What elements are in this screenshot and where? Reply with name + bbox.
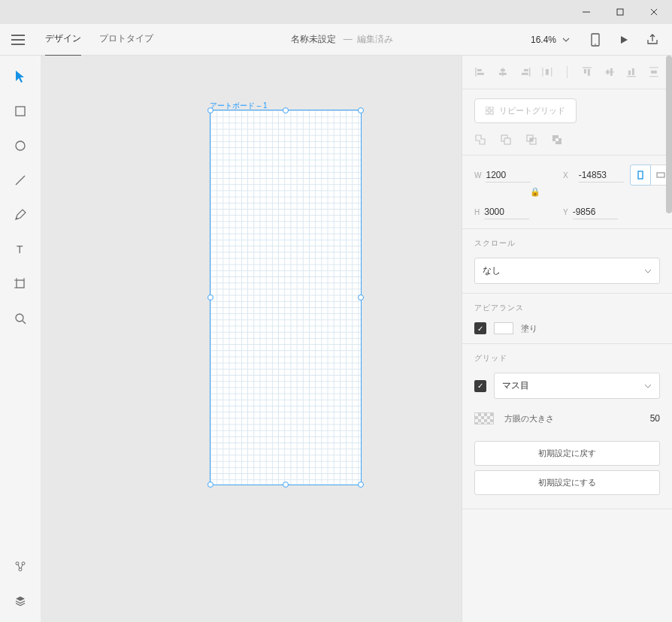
close-button[interactable] [637,1,670,23]
tab-prototype[interactable]: プロトタイプ [99,23,153,56]
svg-rect-42 [628,71,631,75]
svg-rect-25 [477,73,484,75]
svg-rect-58 [555,138,558,141]
svg-point-18 [16,314,23,322]
svg-rect-39 [607,70,609,74]
artboard-tool-icon[interactable] [11,275,29,293]
lock-icon[interactable]: 🔒 [530,187,537,197]
width-input[interactable] [486,168,531,183]
chevron-down-icon [562,38,570,42]
scroll-select[interactable]: なし [474,258,660,284]
svg-rect-30 [523,69,528,71]
make-default-button[interactable]: 初期設定にする [474,470,660,495]
grid-color-swatch[interactable] [474,412,494,424]
distribute-v-icon[interactable] [648,66,660,78]
device-preview-icon[interactable] [588,32,603,47]
line-tool-icon[interactable] [11,171,29,189]
svg-rect-40 [610,68,613,76]
svg-rect-28 [499,73,507,75]
portrait-orientation-icon[interactable] [630,165,651,186]
svg-point-10 [16,141,25,150]
grid-size-value[interactable]: 50 [650,413,660,424]
artboard[interactable] [210,110,362,485]
layers-icon[interactable] [11,592,29,610]
align-right-icon[interactable] [519,66,531,78]
union-icon[interactable] [474,134,486,146]
y-input[interactable] [573,205,618,219]
svg-rect-34 [546,69,549,75]
y-label: Y [563,208,568,216]
reset-default-button[interactable]: 初期設定に戻す [474,441,660,466]
svg-text:T: T [17,244,23,255]
grid-checkbox[interactable]: ✓ [474,380,486,392]
width-label: W [474,171,481,180]
svg-rect-9 [16,107,25,116]
align-bottom-icon[interactable] [625,66,637,78]
svg-rect-50 [490,111,493,114]
exclude-icon[interactable] [551,134,563,146]
fill-checkbox[interactable]: ✓ [474,322,486,334]
zoom-tool-icon[interactable] [11,309,29,328]
fill-color-swatch[interactable] [494,322,513,334]
svg-rect-36 [584,69,586,74]
window-titlebar [0,0,672,24]
tab-design[interactable]: デザイン [45,23,81,56]
tool-rail: T [0,56,41,622]
align-top-icon[interactable] [581,66,593,78]
svg-rect-31 [521,73,528,75]
assets-icon[interactable] [11,557,29,575]
select-tool-icon[interactable] [11,68,29,86]
subtract-icon[interactable] [500,134,512,146]
rectangle-tool-icon[interactable] [11,102,29,120]
svg-rect-59 [638,171,643,179]
align-left-icon[interactable] [474,66,486,78]
zoom-level[interactable]: 16.4% [531,35,570,45]
distribute-h-icon[interactable] [541,66,553,78]
scroll-section-title: スクロール [474,238,660,249]
top-toolbar: デザイン プロトタイプ 名称未設定 — 編集済み 16.4% [0,24,672,56]
text-tool-icon[interactable]: T [11,240,29,258]
svg-rect-48 [490,107,493,110]
ellipse-tool-icon[interactable] [11,137,29,155]
x-label: X [563,171,568,180]
align-center-h-icon[interactable] [497,66,509,78]
pen-tool-icon[interactable] [11,206,29,224]
grid-section-title: グリッド [474,353,660,364]
svg-rect-49 [486,111,489,114]
svg-rect-27 [501,69,505,71]
repeat-grid-icon [486,107,495,116]
intersect-icon[interactable] [525,134,537,146]
maximize-button[interactable] [603,1,637,23]
hamburger-menu-icon[interactable] [6,28,30,52]
svg-rect-52 [504,138,510,144]
svg-rect-43 [632,68,634,75]
svg-rect-1 [617,9,623,15]
height-label: H [474,208,480,216]
svg-rect-55 [530,138,533,141]
svg-line-11 [16,176,25,185]
svg-rect-60 [657,173,664,177]
canvas[interactable]: アートボード – 1 [41,56,462,622]
svg-point-8 [595,44,596,45]
svg-rect-13 [17,280,24,288]
grid-type-select[interactable]: マス目 [494,373,660,399]
document-title: 名称未設定 — 編集済み [153,33,531,46]
minimize-button[interactable] [569,1,603,23]
svg-rect-47 [486,107,489,110]
properties-panel: リピートグリッド W X 🔒 H [462,56,672,622]
share-icon[interactable] [645,32,660,47]
scrollbar[interactable] [666,56,672,622]
appearance-section-title: アピアランス [474,303,660,313]
height-input[interactable] [484,205,529,219]
fill-label: 塗り [521,323,537,334]
play-icon[interactable] [616,32,631,47]
svg-rect-24 [477,69,482,71]
align-middle-icon[interactable] [604,66,616,78]
chevron-down-icon [644,269,652,273]
x-input[interactable] [579,168,624,183]
svg-rect-46 [651,71,657,74]
chevron-down-icon [644,384,652,388]
svg-rect-37 [588,69,590,76]
svg-line-19 [23,321,26,324]
repeat-grid-button[interactable]: リピートグリッド [474,98,577,123]
